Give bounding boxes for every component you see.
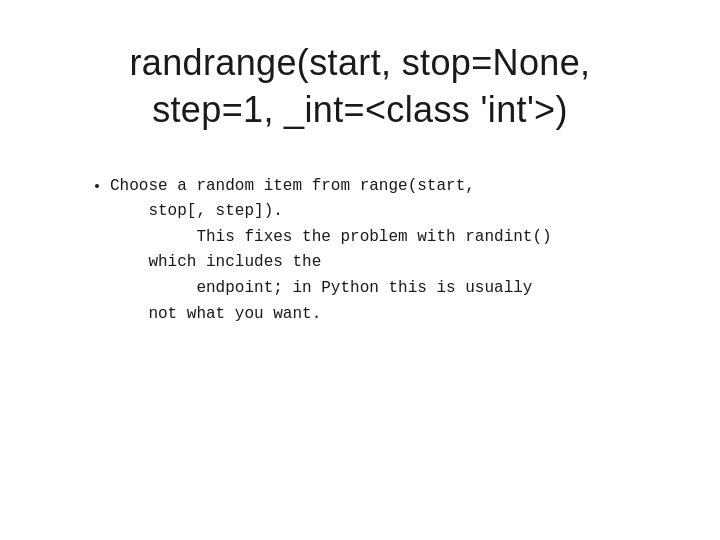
title-line1: randrange(start, stop=None, bbox=[130, 42, 591, 83]
list-item: Choose a random item from range(start, s… bbox=[110, 174, 660, 328]
content-section: Choose a random item from range(start, s… bbox=[60, 174, 660, 328]
page-title: randrange(start, stop=None, step=1, _int… bbox=[130, 40, 591, 134]
code-block: Choose a random item from range(start, s… bbox=[110, 177, 552, 323]
title-section: randrange(start, stop=None, step=1, _int… bbox=[130, 40, 591, 134]
title-line2: step=1, _int=<class 'int'>) bbox=[152, 89, 568, 130]
bullet-list: Choose a random item from range(start, s… bbox=[80, 174, 660, 328]
